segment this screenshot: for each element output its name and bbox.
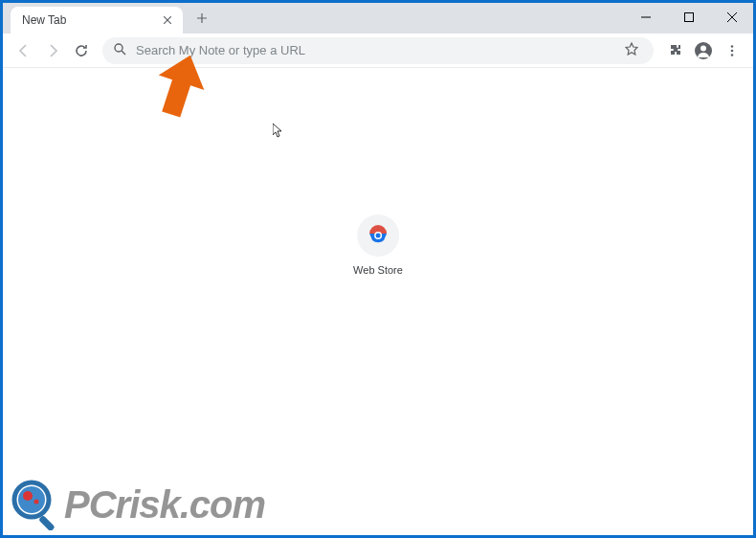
kebab-icon [725,44,739,57]
svg-point-3 [700,45,706,51]
titlebar: New Tab [3,3,753,34]
magnifier-icon [11,479,62,530]
close-icon [164,16,171,24]
shortcuts-area: Web Store [345,207,411,283]
svg-point-1 [115,44,122,52]
watermark: PCrisk.com [11,479,265,530]
toolbar [3,34,753,68]
puzzle-icon [668,43,682,57]
close-icon [727,12,737,22]
arrow-right-icon [45,43,60,58]
shortcut-web-store[interactable]: Web Store [345,207,411,283]
extensions-button[interactable] [661,37,688,64]
shortcut-label: Web Store [353,264,403,276]
svg-point-8 [376,234,381,238]
svg-point-5 [731,49,734,52]
reload-button[interactable] [68,37,95,64]
browser-tab[interactable]: New Tab [11,7,183,34]
svg-point-11 [23,491,33,501]
watermark-text: PCrisk.com [64,483,265,527]
maximize-button[interactable] [667,3,710,32]
user-icon [694,41,713,60]
close-window-button[interactable] [710,3,753,32]
arrow-left-icon [16,43,32,58]
forward-button[interactable] [39,37,66,64]
tab-title: New Tab [22,13,66,27]
svg-point-6 [731,54,734,56]
menu-button[interactable] [719,37,745,64]
svg-point-10 [18,486,45,513]
minimize-button[interactable] [624,3,667,32]
svg-point-4 [731,45,734,48]
profile-button[interactable] [690,37,717,64]
new-tab-button[interactable] [189,5,215,32]
plus-icon [196,12,208,24]
maximize-icon [684,12,694,22]
tab-close-button[interactable] [160,12,175,28]
svg-rect-13 [38,515,56,530]
back-button[interactable] [11,37,37,64]
bookmark-star-button[interactable] [621,38,642,63]
shortcut-icon-wrap [357,214,399,257]
minimize-icon [641,12,651,22]
window-controls [624,3,753,34]
address-bar[interactable] [102,37,654,64]
web-store-icon [367,225,389,246]
search-icon [114,42,126,59]
svg-point-12 [34,500,39,504]
star-icon [625,42,638,56]
reload-icon [74,43,89,58]
svg-rect-0 [684,13,693,22]
omnibox-input[interactable] [136,43,621,57]
new-tab-page: Web Store [3,68,753,535]
